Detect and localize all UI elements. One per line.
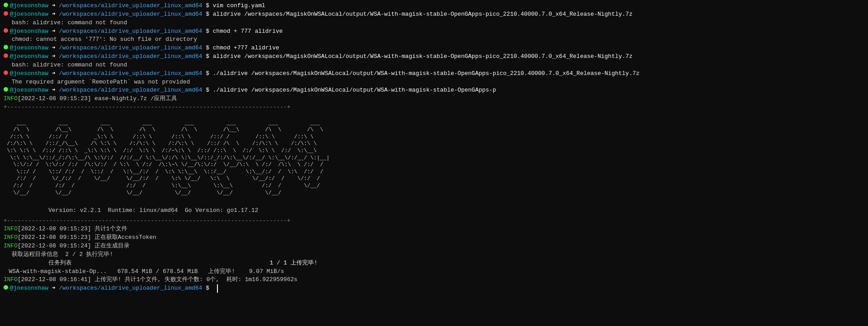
terminal-line: INFO [2022-12-08 09:16:41] 上传完毕! 共计1个文件,…: [4, 276, 864, 284]
terminal-line: The required argument `RemotePath` was n…: [4, 78, 864, 87]
dot-red: [4, 28, 8, 33]
terminal-line: @joesonshaw ➜ /workspaces/alidrive_uploa…: [4, 10, 864, 19]
separator-line: +---------------------------------------…: [4, 103, 864, 112]
ascii-art: ___ ___ ___ ___ ___ ___ ___ ___ /\ \ /\_…: [4, 112, 864, 205]
terminal-prompt-final: @joesonshaw ➜ /workspaces/alidrive_uploa…: [4, 284, 864, 293]
file-line: WSA-with-magisk-stable-Op... 678.54 MiB …: [4, 268, 864, 276]
dot-green: [4, 3, 8, 7]
terminal-line: @joesonshaw ➜ /workspaces/alidrive_uploa…: [4, 70, 864, 78]
terminal-line: INFO [2022-12-08 09:15:24] 正在生成目录: [4, 242, 864, 251]
version-line: Version: v2.2.1 Runtime: linux/amd64 Go …: [4, 205, 864, 217]
dot-green: [4, 285, 8, 290]
dot-green: [4, 45, 8, 49]
terminal: @joesonshaw ➜ /workspaces/alidrive_uploa…: [0, 0, 868, 295]
terminal-line: bash: alidrive: command not found: [4, 19, 864, 27]
terminal-line: INFO [2022-12-08 09:15:23] 正在获取AccessTok…: [4, 233, 864, 242]
terminal-line: bash: alidrive: command not found: [4, 61, 864, 70]
terminal-line: chmod: cannot access '777': No such file…: [4, 35, 864, 44]
terminal-line: INFO [2022-12-08 09:15:23] 共计1个文件: [4, 225, 864, 233]
terminal-line: INFO [2022-12-08 09:15:23] ease-Nightly.…: [4, 95, 864, 103]
dot-red: [4, 53, 8, 58]
terminal-line: @joesonshaw ➜ /workspaces/alidrive_uploa…: [4, 2, 864, 10]
terminal-line: @joesonshaw ➜ /workspaces/alidrive_uploa…: [4, 44, 864, 53]
dot-red: [4, 70, 8, 75]
terminal-line: @joesonshaw ➜ /workspaces/alidrive_uploa…: [4, 53, 864, 61]
dot-red: [4, 11, 8, 16]
terminal-line: @joesonshaw ➜ /workspaces/alidrive_uploa…: [4, 27, 864, 36]
terminal-line: 获取远程目录信息 2 / 2 执行完毕!: [4, 251, 864, 259]
task-line: 任务列表 1 / 1 上传完毕!: [4, 259, 317, 268]
terminal-line: @joesonshaw ➜ /workspaces/alidrive_uploa…: [4, 86, 864, 95]
dot-green: [4, 87, 8, 92]
separator-line2: +---------------------------------------…: [4, 217, 864, 225]
